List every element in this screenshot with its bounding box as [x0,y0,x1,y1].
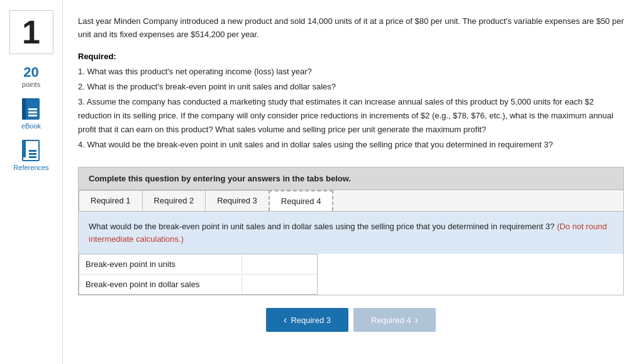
nav-buttons: Required 3 Required 4 [78,308,624,332]
required-item-3: 3. Assume the company has conducted a ma… [78,95,624,137]
references-icon [22,140,40,161]
sidebar-item-ebook[interactable]: eBook [21,98,41,130]
required-items: 1. What was this product's net operating… [78,65,624,152]
ebook-label: eBook [21,122,41,130]
form-label-dollars: Break-even point in dollar sales [79,275,242,294]
question-number: 1 [9,10,53,54]
complete-box-text: Complete this question by entering your … [89,174,351,183]
ebook-icon [22,98,40,120]
tab-content: What would be the break-even point in un… [79,212,623,254]
required-section: Required: 1. What was this product's net… [78,52,624,152]
tab-content-text: What would be the break-even point in un… [89,222,543,231]
required-item-1: 1. What was this product's net operating… [78,65,624,79]
references-label: References [13,164,48,171]
prev-button[interactable]: Required 3 [266,308,348,332]
main-content: Last year Minden Company introduced a ne… [63,0,644,364]
prev-button-label: Required 3 [291,316,331,325]
form-row-dollars: Break-even point in dollar sales [79,275,317,294]
form-input-units[interactable] [242,256,317,273]
chevron-right-icon [415,314,418,326]
complete-box: Complete this question by entering your … [78,167,624,190]
next-button[interactable]: Required 4 [353,308,436,332]
required-item-4: 4. What would be the break-even point in… [78,138,624,152]
required-item-2: 2. What is the product's break-even poin… [78,80,624,94]
form-label-units: Break-even point in units [79,254,242,274]
tab-content-req-num: 3? [545,222,554,231]
tab-required-1[interactable]: Required 1 [79,190,143,211]
next-button-label: Required 4 [371,316,411,325]
tabs-container: Required 1 Required 2 Required 3 Require… [78,190,624,295]
points-label: points [22,81,40,88]
tab-required-4[interactable]: Required 4 [269,190,334,211]
form-row-units: Break-even point in units [79,254,317,275]
chevron-left-icon [284,314,287,326]
tabs-row: Required 1 Required 2 Required 3 Require… [79,190,623,212]
points-box: 20 points [22,64,40,88]
form-input-dollars[interactable] [242,276,317,293]
sidebar: 1 20 points eBook References [0,0,63,364]
question-intro: Last year Minden Company introduced a ne… [78,15,624,42]
points-value: 20 [22,64,40,81]
tab-required-2[interactable]: Required 2 [142,190,206,211]
required-label: Required: [78,52,624,61]
form-table: Break-even point in units Break-even poi… [79,254,318,295]
sidebar-item-references[interactable]: References [13,140,48,171]
tab-required-3[interactable]: Required 3 [205,190,269,211]
